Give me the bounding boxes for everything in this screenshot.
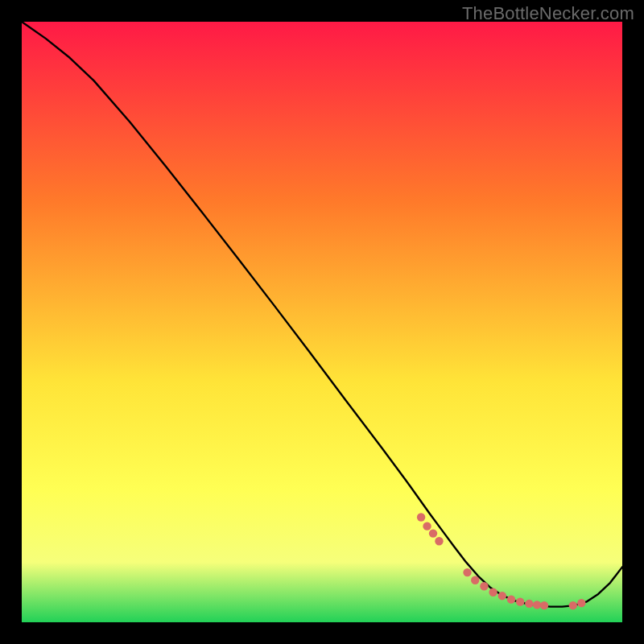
curve-marker bbox=[507, 595, 515, 603]
curve-marker bbox=[498, 592, 506, 600]
curve-marker bbox=[533, 601, 541, 609]
curve-marker bbox=[417, 513, 425, 521]
curve-marker bbox=[429, 529, 437, 537]
curve-marker bbox=[480, 582, 488, 590]
curve-marker bbox=[423, 522, 431, 530]
plot-area bbox=[22, 22, 622, 622]
curve-marker bbox=[489, 588, 497, 597]
curve-marker bbox=[577, 599, 585, 607]
curve-marker bbox=[435, 537, 443, 545]
chart-frame: TheBottleNecker.com bbox=[0, 0, 644, 644]
curve-marker bbox=[525, 600, 533, 608]
curve-marker bbox=[516, 597, 524, 605]
curve-marker bbox=[463, 568, 471, 576]
curve-marker bbox=[540, 601, 548, 609]
curve-marker bbox=[569, 601, 577, 609]
chart-svg bbox=[22, 22, 622, 622]
curve-marker bbox=[471, 576, 479, 584]
gradient-background bbox=[22, 22, 622, 622]
